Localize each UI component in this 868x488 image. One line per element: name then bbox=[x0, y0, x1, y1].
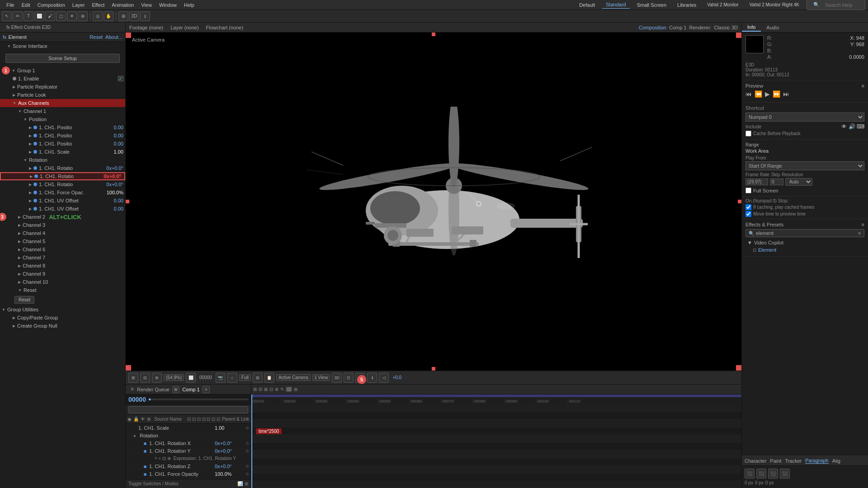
tl-ctrl-4[interactable]: ⊡ bbox=[269, 387, 273, 392]
move-time-cb[interactable] bbox=[745, 211, 751, 217]
create-null-row[interactable]: ▶ Create Group Null bbox=[0, 322, 125, 330]
align-justify[interactable]: ⬛ bbox=[780, 469, 790, 479]
tl-ctrl-5[interactable]: ⊗ bbox=[275, 387, 278, 392]
vc-panel-btn[interactable]: ⊞ bbox=[128, 373, 138, 383]
align-tab[interactable]: Alig bbox=[832, 458, 840, 464]
view-select[interactable]: 1 View bbox=[312, 374, 330, 381]
about-link[interactable]: About... bbox=[105, 34, 123, 40]
tool-text[interactable]: T bbox=[24, 11, 33, 21]
timeline-search[interactable] bbox=[128, 406, 248, 413]
tl-sw-fopc[interactable]: ⊙ bbox=[245, 472, 249, 476]
vc-grid-btn[interactable]: ⊟ bbox=[140, 373, 150, 383]
tool-puppet[interactable]: ⊕ bbox=[78, 11, 88, 21]
pos2-row[interactable]: ▶ 1. CH1. Positio 0.00 bbox=[0, 131, 125, 140]
tool-3d[interactable]: 3D bbox=[129, 11, 139, 21]
workspace-vahid2r[interactable]: Vahid 2 Monitor Right 4K bbox=[746, 1, 803, 8]
vc-layer-btn[interactable]: 📋 bbox=[264, 373, 274, 383]
vc-home-btn[interactable]: ⌂ bbox=[227, 373, 237, 383]
uv1-row[interactable]: ▶ 1. CH1. UV Offset 0.00 bbox=[0, 197, 125, 205]
tl-sw-rotz[interactable]: ⊙ bbox=[245, 464, 249, 469]
effects-clear-icon[interactable]: ✕ bbox=[858, 231, 861, 236]
workspace-standard[interactable]: Standard bbox=[602, 1, 630, 9]
vc-cam-btn[interactable]: 📷 bbox=[216, 373, 226, 383]
tracker-tab[interactable]: Tracker bbox=[785, 458, 802, 464]
scene-setup-button[interactable]: Scene Setup bbox=[5, 54, 120, 63]
audio-tab[interactable]: Audio bbox=[761, 24, 784, 31]
tool-pen[interactable]: ✏ bbox=[13, 11, 23, 21]
menu-view[interactable]: View bbox=[137, 1, 156, 9]
prev-play-btn[interactable]: ▶ bbox=[765, 90, 770, 98]
prev-fwd-btn[interactable]: ⏩ bbox=[773, 90, 780, 98]
menu-animation[interactable]: Animation bbox=[108, 1, 137, 9]
render-queue-tab[interactable]: Render Queue bbox=[137, 387, 170, 392]
render-queue-close[interactable]: ✕ bbox=[130, 386, 134, 392]
tool-shape[interactable]: ⬜ bbox=[34, 11, 44, 21]
play-from-select[interactable]: Start Of Range bbox=[745, 161, 864, 170]
menu-file[interactable]: File bbox=[3, 1, 18, 9]
info-tab[interactable]: Info bbox=[742, 23, 761, 32]
rotation-row[interactable]: ▼ Rotation bbox=[0, 156, 125, 164]
workspace-libraries[interactable]: Libraries bbox=[674, 1, 700, 9]
fps-input[interactable] bbox=[745, 178, 768, 185]
menu-effect[interactable]: Effect bbox=[88, 1, 108, 9]
rot3-row[interactable]: ▶ 1. CH1. Rotatio 0x+0.0° bbox=[0, 180, 125, 188]
channel6-row[interactable]: ▶ Channel 6 bbox=[0, 245, 125, 253]
menu-layer[interactable]: Layer bbox=[69, 1, 89, 9]
comp1-tab[interactable]: Comp 1 bbox=[669, 25, 687, 30]
group1-row[interactable]: 1 ▼ Group 1 bbox=[0, 66, 125, 75]
zoom-display[interactable]: (54.9%) bbox=[164, 374, 184, 381]
menu-window[interactable]: Window bbox=[156, 1, 180, 9]
comp1-tl-tab[interactable]: Comp 1 bbox=[182, 387, 200, 392]
vc-prev-btn[interactable]: ◁ bbox=[379, 373, 389, 383]
cache-before-cb[interactable] bbox=[745, 131, 751, 136]
tl-sw-roty[interactable]: ⊙ bbox=[245, 449, 249, 453]
vc-expand-btn[interactable]: ⊞ bbox=[253, 373, 263, 383]
tool-select[interactable]: ↖ bbox=[2, 11, 12, 21]
vc-info-btn[interactable]: ℹ bbox=[367, 373, 377, 383]
menu-edit[interactable]: Edit bbox=[18, 1, 34, 9]
reset-button[interactable]: Reset bbox=[14, 296, 34, 304]
video-copilot-item[interactable]: ▼ Video Copilot bbox=[745, 239, 864, 246]
aux-channels-row[interactable]: ▼ Aux Channels bbox=[0, 99, 125, 107]
resolution-select[interactable]: Full bbox=[239, 374, 251, 381]
vc-fit-btn[interactable]: ⬜ bbox=[186, 373, 196, 383]
tl-new-comp-btn[interactable]: ⊞ bbox=[172, 386, 179, 393]
workspace-default[interactable]: Default bbox=[576, 1, 599, 9]
camera-select[interactable]: Active Camera bbox=[276, 374, 311, 381]
fullscreen-cb[interactable] bbox=[745, 188, 751, 193]
marker-add[interactable]: +0.0 bbox=[391, 374, 403, 381]
enable-checkbox[interactable] bbox=[118, 76, 123, 81]
align-center[interactable]: ⬛ bbox=[756, 469, 766, 479]
uv2-row[interactable]: ▶ 1. CH1. UV Offset 0.00 bbox=[0, 205, 125, 213]
pos1-row[interactable]: ▶ 1. CH1. Positio 0.00 bbox=[0, 123, 125, 131]
prev-back-btn[interactable]: ⏪ bbox=[755, 90, 762, 98]
rot1-row[interactable]: ▶ 1. CH1. Rotatio 0x+0.0° bbox=[0, 164, 125, 172]
cache-option-cb[interactable] bbox=[745, 204, 751, 210]
reset-link[interactable]: Reset bbox=[90, 34, 103, 40]
tab-effect-controls[interactable]: fx Effect Controls E3D bbox=[3, 24, 54, 31]
tl-collapse-btn[interactable]: ⊞ bbox=[147, 417, 151, 422]
vc-3d-btn[interactable]: 3D bbox=[332, 373, 342, 383]
tl-stopwatch-scale[interactable]: ⊙ bbox=[245, 426, 249, 430]
group-utilities-row[interactable]: ▼ Group Utilities bbox=[0, 305, 125, 314]
copy-paste-row[interactable]: ▶ Copy/Paste Group bbox=[0, 314, 125, 322]
align-right[interactable]: ⬛ bbox=[768, 469, 778, 479]
tool-snap[interactable]: ⊞ bbox=[118, 11, 128, 21]
element-plugin-item[interactable]: ⊡ Element bbox=[745, 246, 864, 253]
rot2-row[interactable]: 2 ▶ 1. CH1. Rotatio 0x+0.0° bbox=[0, 172, 125, 180]
tl-hide-btn[interactable]: 👁 bbox=[141, 417, 145, 422]
workspace-smallscreen[interactable]: Small Screen bbox=[633, 1, 670, 9]
tl-ctrl-1[interactable]: ⊞ bbox=[253, 387, 257, 392]
tl-graph-btn[interactable]: 📊 bbox=[237, 481, 243, 486]
vc-target-btn[interactable]: ⊕ bbox=[152, 373, 162, 383]
tl-rotx-item[interactable]: 1. CH1. Rotation X 0x+0.0° ⊙ bbox=[126, 439, 251, 447]
vc-mode-btn[interactable]: ⊡ bbox=[344, 373, 354, 383]
workspace-vahid2[interactable]: Vahid 2 Monitor bbox=[703, 1, 742, 8]
channel7-row[interactable]: ▶ Channel 7 bbox=[0, 253, 125, 262]
tl-ctrl-6[interactable]: ✎ bbox=[280, 387, 284, 392]
channel2-row[interactable]: 3 ▶ Channel 2 ALT+CLICK bbox=[0, 213, 125, 221]
tl-ctrl-7[interactable]: ⊡ bbox=[286, 387, 292, 392]
menu-composition[interactable]: Composition bbox=[34, 1, 69, 9]
particle-look-row[interactable]: ▶ Particle Look bbox=[0, 91, 125, 99]
tl-sw-rotx[interactable]: ⊙ bbox=[245, 441, 249, 446]
